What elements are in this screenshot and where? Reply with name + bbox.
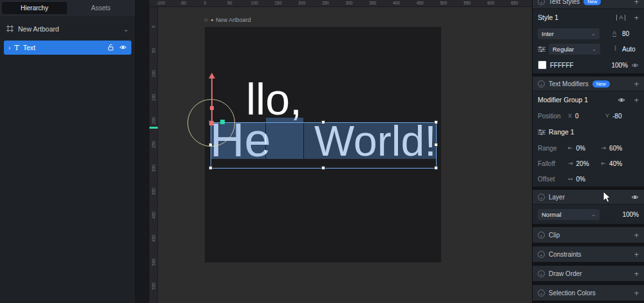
layer-row-text[interactable]: › T Text — [4, 41, 131, 55]
selection-colors-title: Selection Colors — [549, 289, 596, 297]
offset-field[interactable]: 0% — [576, 176, 585, 183]
font-family-dropdown[interactable]: Inter ⌄ — [538, 28, 600, 39]
artboard-row-label: New Artboard — [18, 25, 59, 33]
color-row: FFFFFF 100% — [533, 57, 644, 73]
modifier-group-row[interactable]: Modifier Group 1 + — [533, 91, 644, 108]
chevron-down-icon[interactable]: ⌄ — [538, 270, 545, 277]
ruler-tick-label: 250 — [151, 140, 156, 150]
position-y-handle[interactable] — [210, 106, 214, 110]
tool-strip — [135, 0, 149, 303]
add-text-style-button[interactable]: + — [634, 0, 639, 6]
text-align-icon[interactable]: A — [616, 15, 625, 21]
play-icon[interactable]: ▷ — [205, 17, 208, 23]
color-swatch[interactable] — [538, 60, 547, 69]
eye-icon[interactable] — [631, 62, 639, 68]
selection-colors-header[interactable]: ⌄ Selection Colors + — [533, 285, 644, 301]
color-hex-field[interactable]: FFFFFF — [550, 62, 574, 69]
font-weight-dropdown[interactable]: Regular ⌄ — [549, 44, 600, 55]
tab-assets[interactable]: Assets — [68, 2, 133, 14]
falloff-out-field[interactable]: 40% — [609, 160, 622, 167]
layer-opacity-field[interactable]: 100% — [622, 211, 639, 218]
chevron-down-icon[interactable]: ⌄ — [538, 80, 545, 87]
chevron-down-icon[interactable]: ⌄ — [124, 26, 129, 33]
properties-scroll[interactable]: ⌄ Text Styles New + Style 1 A + Inter ⌄ … — [533, 0, 644, 301]
text-modifiers-title: Text Modifiers — [549, 80, 589, 87]
add-draw-order-button[interactable]: + — [634, 270, 639, 278]
selection-handle-tr[interactable] — [434, 120, 438, 124]
artboard-row[interactable]: New Artboard ⌄ — [0, 21, 135, 37]
color-opacity-field[interactable]: 100% — [611, 62, 628, 69]
panel-tabs: Hierarchy Assets — [0, 0, 135, 16]
range-end-icon: ⇥ — [601, 145, 607, 151]
position-arrow[interactable] — [211, 78, 213, 122]
section-layer: ⌄ Layer Normal ⌄ 100% — [533, 190, 644, 224]
ruler-tick-label: 450 — [151, 234, 156, 244]
position-y-field[interactable]: -80 — [612, 113, 621, 120]
chevron-down-icon[interactable]: ⌄ — [538, 194, 545, 201]
text-modifiers-header[interactable]: ⌄ Text Modifiers New + — [533, 77, 644, 91]
blend-mode-dropdown[interactable]: Normal ⌄ — [538, 209, 600, 220]
add-selection-color-button[interactable]: + — [634, 289, 639, 297]
position-arrow-head[interactable] — [209, 73, 215, 78]
falloff-in-field[interactable]: 20% — [576, 160, 593, 167]
add-style-button[interactable]: + — [634, 14, 639, 22]
eye-icon[interactable] — [618, 97, 625, 103]
add-to-group-button[interactable]: + — [634, 96, 639, 104]
section-draw-order: ⌄ Draw Order + — [533, 266, 644, 282]
ruler-tick-label: 300 — [346, 1, 353, 5]
layer-header[interactable]: ⌄ Layer — [533, 190, 644, 205]
font-size-field[interactable]: 80 — [622, 30, 639, 37]
section-selection-colors: ⌄ Selection Colors + — [533, 285, 644, 301]
eye-icon[interactable] — [631, 194, 639, 200]
style-row[interactable]: Style 1 A + — [533, 9, 644, 26]
range-start-field[interactable]: 0% — [576, 145, 593, 152]
modifier-origin-handle[interactable] — [209, 121, 214, 125]
new-badge: New — [592, 80, 610, 87]
chevron-down-icon[interactable]: ⌄ — [538, 232, 545, 239]
text-layer-label: Text — [23, 44, 35, 51]
chevron-down-icon[interactable]: ⌄ — [538, 0, 545, 5]
range-group-name[interactable]: Range 1 — [549, 128, 574, 136]
chevron-down-icon[interactable]: ⌄ — [538, 289, 545, 297]
add-clip-button[interactable]: + — [634, 231, 639, 239]
draw-order-header[interactable]: ⌄ Draw Order + — [533, 266, 644, 282]
range-group-row[interactable]: Range 1 — [533, 124, 644, 140]
selection-handle-bm[interactable] — [321, 166, 325, 170]
ruler-tick-label: 300 — [151, 163, 156, 173]
style-name[interactable]: Style 1 — [538, 14, 558, 21]
line-height-field[interactable]: Auto — [622, 46, 639, 53]
unlock-icon[interactable] — [108, 44, 114, 52]
add-constraint-button[interactable]: + — [634, 250, 639, 259]
ruler-tick-label: 650 — [511, 1, 518, 5]
range-end-field[interactable]: 60% — [609, 145, 622, 152]
ruler-tick-label: 550 — [464, 1, 471, 5]
eye-icon[interactable] — [119, 44, 127, 51]
modifier-group-name[interactable]: Modifier Group 1 — [538, 96, 588, 104]
position-x-field[interactable]: 0 — [575, 113, 594, 120]
artboard-title[interactable]: ▷ ● New Artboard — [205, 17, 251, 23]
ruler-tick-label: 450 — [417, 1, 424, 5]
selection-handle-mr[interactable] — [434, 143, 438, 147]
tab-hierarchy[interactable]: Hierarchy — [2, 2, 67, 14]
selection-handle-tm[interactable] — [321, 120, 325, 124]
selection-handle-br[interactable] — [434, 166, 438, 170]
text-fragment-raised[interactable]: llo, — [246, 77, 302, 121]
constraints-title: Constraints — [549, 251, 582, 258]
ruler-tick-label: 100 — [151, 69, 156, 79]
selection-handle-bl[interactable] — [209, 166, 213, 170]
chevron-down-icon[interactable]: ⌄ — [538, 251, 545, 258]
clip-header[interactable]: ⌄ Clip + — [533, 227, 644, 243]
chevron-down-icon: ⌄ — [591, 212, 596, 217]
text-styles-title: Text Styles — [549, 0, 580, 5]
ruler-tick-label: 100 — [251, 1, 258, 5]
range-handle[interactable] — [220, 120, 225, 124]
canvas-viewport[interactable]: -100-50050100150200250300350400450500550… — [149, 0, 532, 303]
ruler-tick-label: 350 — [151, 187, 156, 197]
add-modifier-button[interactable]: + — [634, 80, 639, 88]
chevron-right-icon[interactable]: › — [8, 44, 10, 51]
text-styles-header[interactable]: ⌄ Text Styles New + — [533, 0, 644, 9]
ruler-tick-label: 200 — [151, 116, 156, 126]
text-layer-icon: T — [14, 44, 19, 52]
constraints-header[interactable]: ⌄ Constraints + — [533, 246, 644, 262]
range-label: Range — [538, 145, 565, 152]
